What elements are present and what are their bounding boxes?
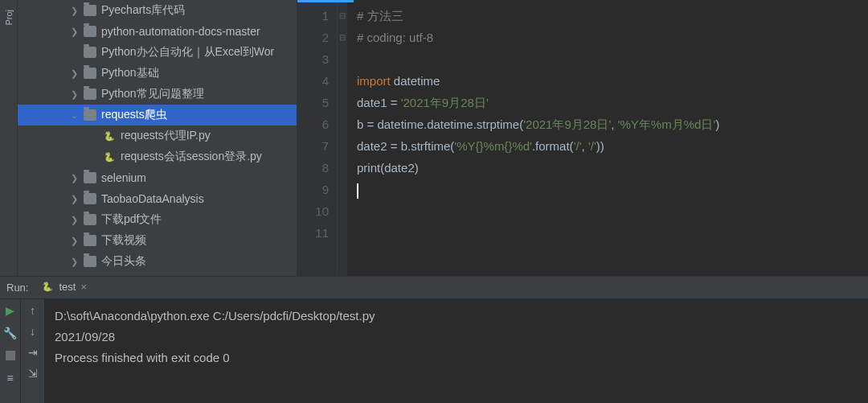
folder-item[interactable]: ❯下载视频 xyxy=(18,230,297,251)
code-line: # coding: utf-8 xyxy=(357,27,868,48)
folder-item[interactable]: ❯下载pdf文件 xyxy=(18,209,297,230)
code-line: # 方法三 xyxy=(357,5,868,27)
console-line: 2021/09/28 xyxy=(55,327,858,347)
folder-icon xyxy=(84,235,96,246)
code-editor[interactable]: 1234567891011 ⊟⊟ # 方法三# coding: utf-8imp… xyxy=(297,0,868,276)
folder-icon xyxy=(84,5,96,16)
folder-icon xyxy=(84,26,96,37)
console-line: Process finished with exit code 0 xyxy=(55,347,858,368)
folder-item[interactable]: Python办公自动化｜从Excel到Wor xyxy=(18,42,297,63)
line-number: 4 xyxy=(297,70,329,92)
run-tab-test[interactable]: 🐍 test × xyxy=(36,279,92,297)
run-tab-label: test xyxy=(59,281,76,293)
chevron-right-icon[interactable]: ❯ xyxy=(69,236,79,246)
code-line: import datetime xyxy=(357,70,868,92)
folder-item[interactable]: ❯python-automation-docs-master xyxy=(18,21,297,42)
code-area[interactable]: # 方法三# coding: utf-8import datetimedate1… xyxy=(347,2,868,276)
chevron-right-icon[interactable]: ❯ xyxy=(69,89,79,100)
run-action-toolbar: ▶ 🔧 ≡ xyxy=(0,299,21,403)
folder-item[interactable]: ❯TaobaoDataAnalysis xyxy=(18,188,297,209)
chevron-right-icon[interactable]: ❯ xyxy=(69,68,79,79)
folder-icon xyxy=(84,88,96,100)
tree-item-label: python-automation-docs-master xyxy=(101,25,260,38)
close-icon[interactable]: × xyxy=(80,281,87,293)
line-number: 8 xyxy=(297,157,329,179)
line-number: 11 xyxy=(297,222,329,244)
line-number: 1 xyxy=(297,5,329,27)
folder-item[interactable]: ❯Python基础 xyxy=(18,63,297,84)
more-icon[interactable]: ≡ xyxy=(4,372,17,384)
chevron-right-icon[interactable]: ❯ xyxy=(69,173,79,183)
run-icon[interactable]: ▶ xyxy=(4,304,17,317)
tree-item-label: 下载视频 xyxy=(101,233,146,248)
code-line: date1 = '2021年9月28日' xyxy=(357,92,868,113)
softwrap-icon[interactable]: ⇥ xyxy=(27,346,39,359)
folder-item[interactable]: ❯selenium xyxy=(18,167,297,188)
tree-item-label: Pyecharts库代码 xyxy=(101,3,185,18)
folder-icon xyxy=(84,256,96,267)
file-item[interactable]: 🐍requests会话session登录.py xyxy=(18,146,297,167)
code-line: b = datetime.datetime.strptime('2021年9月2… xyxy=(357,113,868,135)
code-line xyxy=(357,48,868,70)
fold-mark[interactable]: ⊟ xyxy=(338,5,347,27)
line-number-gutter: 1234567891011 xyxy=(297,2,338,276)
chevron-down-icon[interactable]: ⌄ xyxy=(69,110,79,121)
folder-icon xyxy=(84,214,96,225)
chevron-right-icon[interactable]: ❯ xyxy=(69,194,79,204)
stop-icon[interactable] xyxy=(4,349,17,362)
tree-item-label: requests会话session登录.py xyxy=(121,150,262,164)
folder-icon xyxy=(84,172,96,183)
tree-item-label: Python常见问题整理 xyxy=(101,87,204,101)
folder-item[interactable]: ⌄requests爬虫 xyxy=(18,105,297,125)
run-output-toolbar: ↑ ↓ ⇥ ⇲ xyxy=(21,299,45,403)
line-number: 6 xyxy=(297,113,329,135)
left-toolwindow-bar: Proj xyxy=(0,0,18,276)
chevron-right-icon[interactable]: ❯ xyxy=(69,6,79,16)
scroll-end-icon[interactable]: ⇲ xyxy=(27,367,39,380)
tree-item-label: Python办公自动化｜从Excel到Wor xyxy=(101,45,274,60)
python-icon: 🐍 xyxy=(41,281,54,294)
tree-item-label: 下载pdf文件 xyxy=(101,212,162,227)
run-console-output[interactable]: D:\soft\Anaconda\python.exe C:/Users/pdc… xyxy=(45,299,868,403)
code-line xyxy=(357,200,868,222)
chevron-right-icon[interactable]: ❯ xyxy=(69,215,79,225)
file-item[interactable]: 🐍requests代理IP.py xyxy=(18,125,297,146)
folder-icon xyxy=(84,109,96,121)
python-file-icon: 🐍 xyxy=(103,130,116,142)
folder-icon xyxy=(84,68,96,79)
tree-item-label: Python基础 xyxy=(101,66,159,80)
down-icon[interactable]: ↓ xyxy=(27,325,39,338)
project-tree[interactable]: ❯Pyecharts库代码❯python-automation-docs-mas… xyxy=(18,0,297,276)
line-number: 9 xyxy=(297,179,329,200)
tree-item-label: requests代理IP.py xyxy=(121,129,211,143)
run-label: Run: xyxy=(6,282,28,294)
up-icon[interactable]: ↑ xyxy=(27,304,39,317)
project-tool-label[interactable]: Proj xyxy=(4,6,14,29)
folder-item[interactable]: ❯Python常见问题整理 xyxy=(18,84,297,105)
folder-icon xyxy=(84,47,96,58)
chevron-right-icon[interactable]: ❯ xyxy=(69,257,79,267)
line-number: 5 xyxy=(297,92,329,113)
run-header: Run: 🐍 test × xyxy=(0,277,868,299)
tree-item-label: requests爬虫 xyxy=(101,108,167,122)
console-line: D:\soft\Anaconda\python.exe C:/Users/pdc… xyxy=(55,306,858,327)
line-number: 2 xyxy=(297,27,329,48)
code-line: print(date2) xyxy=(357,157,868,179)
line-number: 3 xyxy=(297,48,329,70)
code-line: date2 = b.strftime('%Y{}%m{}%d'.format('… xyxy=(357,135,868,157)
wrench-icon[interactable]: 🔧 xyxy=(4,327,17,339)
folder-item[interactable]: ❯今日头条 xyxy=(18,251,297,272)
folder-icon xyxy=(84,193,96,204)
chevron-right-icon[interactable]: ❯ xyxy=(69,27,79,37)
code-line xyxy=(357,222,868,244)
tree-item-label: 今日头条 xyxy=(101,254,146,269)
tree-item-label: TaobaoDataAnalysis xyxy=(101,192,204,205)
fold-mark[interactable]: ⊟ xyxy=(338,27,347,48)
python-file-icon: 🐍 xyxy=(103,150,116,163)
folder-item[interactable]: ❯Pyecharts库代码 xyxy=(18,0,297,21)
line-number: 7 xyxy=(297,135,329,157)
fold-gutter[interactable]: ⊟⊟ xyxy=(338,2,347,276)
tree-item-label: selenium xyxy=(101,171,146,184)
code-line xyxy=(357,179,868,200)
run-toolwindow: Run: 🐍 test × ▶ 🔧 ≡ ↑ ↓ ⇥ ⇲ D:\soft\Anac… xyxy=(0,276,868,403)
